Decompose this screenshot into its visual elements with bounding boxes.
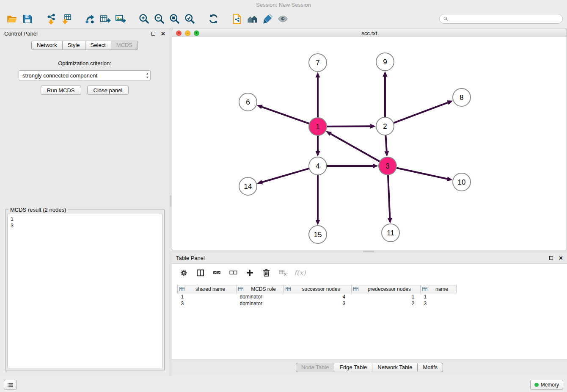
- toolbar-export-image-button[interactable]: [113, 11, 128, 26]
- run-mcds-button[interactable]: Run MCDS: [41, 86, 81, 95]
- edge-3-10[interactable]: [396, 168, 453, 181]
- node-14[interactable]: 14: [239, 177, 257, 195]
- table-toolbar-select-all-button[interactable]: [212, 268, 222, 278]
- node-1[interactable]: 1: [309, 118, 327, 135]
- toolbar-import-network-from-file-button[interactable]: [43, 11, 58, 26]
- toolbar-export-table-button[interactable]: [97, 11, 113, 26]
- close-panel-button[interactable]: Close panel: [87, 86, 129, 95]
- zoom-window-button[interactable]: +: [194, 30, 199, 36]
- cell-mcds-role[interactable]: dominator: [237, 293, 284, 300]
- column-header-name[interactable]: name: [421, 285, 457, 293]
- edge-2-3[interactable]: [384, 135, 389, 157]
- table-toolbar-delete-column-button[interactable]: [261, 268, 271, 278]
- cell-successor-nodes[interactable]: 3: [284, 300, 352, 307]
- node-9[interactable]: 9: [376, 53, 394, 71]
- mcds-result-item[interactable]: 3: [11, 222, 159, 229]
- edge-4-14[interactable]: [257, 168, 309, 185]
- toolbar-open-session-button[interactable]: [4, 11, 19, 26]
- node-8[interactable]: 8: [453, 88, 471, 106]
- network-window-titlebar[interactable]: ×−+ scc.txt: [172, 29, 567, 37]
- cell-name[interactable]: 3: [421, 300, 457, 307]
- table-toolbar-deselect-all-button[interactable]: [228, 268, 238, 278]
- toolbar-show-hide-details-button[interactable]: [275, 11, 290, 26]
- close-window-button[interactable]: ×: [176, 30, 182, 36]
- memory-button[interactable]: Memory: [530, 380, 563, 390]
- float-panel-icon[interactable]: [151, 32, 155, 36]
- cell-predecessor-nodes[interactable]: 1: [352, 293, 421, 300]
- table-toolbar-delete-table-button[interactable]: [278, 268, 288, 278]
- toolbar-import-network-from-database-button[interactable]: [229, 11, 245, 26]
- edge-1-2[interactable]: [327, 124, 376, 129]
- mcds-result-list[interactable]: 13: [7, 214, 162, 368]
- tab-select[interactable]: Select: [85, 41, 111, 50]
- tab-mcds[interactable]: MCDS: [111, 41, 138, 50]
- edge-2-9[interactable]: [383, 71, 388, 117]
- node-3[interactable]: 3: [379, 157, 396, 175]
- table-row[interactable]: 1dominator411: [178, 293, 457, 300]
- table-tab-motifs[interactable]: Motifs: [418, 363, 443, 372]
- column-header-successor-nodes[interactable]: successor nodes: [284, 285, 352, 293]
- column-header-predecessor-nodes[interactable]: predecessor nodes: [352, 285, 421, 293]
- status-bar: Memory: [0, 376, 567, 392]
- toolbar-refresh-network-button[interactable]: [206, 11, 221, 26]
- close-panel-icon[interactable]: ×: [161, 32, 165, 36]
- toolbar-import-table-from-file-button[interactable]: [58, 11, 74, 26]
- toolbar-zoom-out-button[interactable]: [151, 11, 167, 26]
- tab-style[interactable]: Style: [63, 41, 85, 50]
- toolbar-save-session-button[interactable]: [19, 11, 35, 26]
- table-row[interactable]: 3dominator323: [178, 300, 457, 307]
- edge-3-11[interactable]: [388, 175, 392, 224]
- up-arrow-icon: ▴: [146, 72, 148, 75]
- node-4[interactable]: 4: [309, 157, 327, 175]
- edge-1-4[interactable]: [316, 135, 320, 157]
- edge-4-15[interactable]: [316, 175, 320, 225]
- search-box[interactable]: [439, 14, 563, 24]
- node-2[interactable]: 2: [376, 117, 394, 135]
- table-toolbar-settings-gear-button[interactable]: [179, 268, 189, 278]
- edge-4-3[interactable]: [327, 164, 378, 168]
- float-table-panel-icon[interactable]: [549, 256, 553, 260]
- node-6[interactable]: 6: [239, 93, 257, 111]
- network-canvas[interactable]: 7968124314101511: [172, 37, 567, 250]
- column-header-shared-name[interactable]: shared name: [178, 285, 237, 293]
- toolbar-style-brush-button[interactable]: [260, 11, 275, 26]
- cell-mcds-role[interactable]: dominator: [237, 300, 284, 307]
- network-arrows-icon: [84, 13, 96, 25]
- edge-2-8[interactable]: [394, 100, 453, 123]
- tab-network[interactable]: Network: [31, 41, 63, 50]
- cell-shared-name[interactable]: 1: [178, 293, 237, 300]
- cell-name[interactable]: 1: [421, 293, 457, 300]
- toolbar-first-neighbors-button[interactable]: [245, 11, 260, 26]
- mcds-result-item[interactable]: 1: [11, 215, 159, 222]
- node-7[interactable]: 7: [309, 54, 327, 72]
- edge-3-1[interactable]: [326, 131, 380, 162]
- close-table-panel-icon[interactable]: ×: [559, 256, 563, 260]
- toolbar-zoom-fit-button[interactable]: [167, 11, 182, 26]
- table-tab-edge-table[interactable]: Edge Table: [334, 363, 372, 372]
- node-11[interactable]: 11: [382, 224, 399, 242]
- optimization-criterion-select[interactable]: strongly connected component ▴ ▾: [19, 70, 151, 80]
- table-toolbar-function-builder-button[interactable]: f(x): [294, 268, 306, 278]
- column-header-mcds-role[interactable]: MCDS role: [237, 285, 284, 293]
- table-toolbar-split-panel-button[interactable]: [195, 268, 205, 278]
- edge-1-7[interactable]: [316, 72, 320, 118]
- cell-predecessor-nodes[interactable]: 2: [352, 300, 421, 307]
- node-10[interactable]: 10: [453, 173, 471, 191]
- svg-text:11: 11: [387, 229, 394, 237]
- table-toolbar: f(x): [172, 264, 567, 282]
- toolbar-zoom-in-button[interactable]: [136, 11, 151, 26]
- table-tab-network-table[interactable]: Network Table: [372, 363, 418, 372]
- edge-1-6[interactable]: [257, 105, 309, 124]
- cell-shared-name[interactable]: 3: [178, 300, 237, 307]
- minimize-window-button[interactable]: −: [185, 30, 190, 36]
- dropdown-stepper-icon: ▴ ▾: [146, 72, 148, 79]
- table-toolbar-add-column-button[interactable]: [245, 268, 255, 278]
- toolbar-zoom-selected-button[interactable]: [182, 11, 197, 26]
- cell-successor-nodes[interactable]: 4: [284, 293, 352, 300]
- toolbar-network-arrows-button[interactable]: [82, 11, 97, 26]
- window-titlebar[interactable]: Session: New Session: [0, 0, 567, 9]
- table-tab-node-table[interactable]: Node Table: [296, 363, 335, 372]
- search-input[interactable]: [451, 16, 559, 22]
- show-panels-button[interactable]: [4, 380, 17, 390]
- node-15[interactable]: 15: [309, 226, 327, 243]
